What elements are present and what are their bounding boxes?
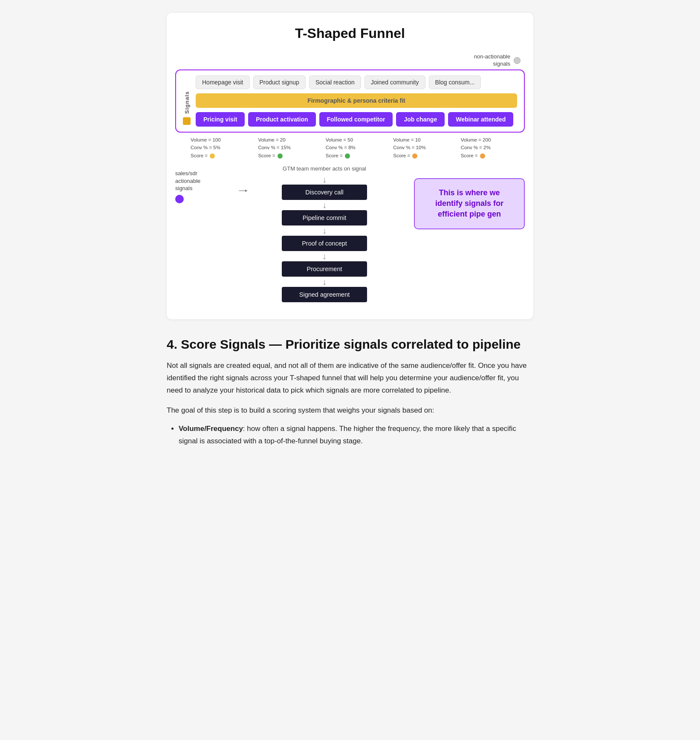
firmographic-bar: Firmographic & persona criteria fit xyxy=(196,93,517,108)
signals-box: Signals Homepage visit Product signup So… xyxy=(175,69,525,133)
signals-vertical-label: Signals xyxy=(183,75,191,127)
sdr-label-area: sales/sdractionablesignals → xyxy=(175,165,235,203)
funnel-step-pipeline: Pipeline commit xyxy=(282,210,367,225)
signals-icon xyxy=(183,117,191,125)
chip-followed-competitor: Followed competitor xyxy=(319,112,393,127)
section-para-1: Not all signals are created equal, and n… xyxy=(167,360,533,397)
chip-joined-community: Joined community xyxy=(364,75,425,89)
section-para-goal: The goal of this step is to build a scor… xyxy=(167,405,533,417)
metric-4: Volume = 10Conv % = 10%Score = xyxy=(393,136,457,159)
non-actionable-area: non-actionablesignals xyxy=(175,53,525,68)
arrow-down-3: ↓ xyxy=(322,226,327,235)
text-section: 4. Score Signals — Prioritize signals co… xyxy=(167,336,533,448)
funnel-step-discovery: Discovery call xyxy=(282,185,367,200)
bullet-list: Volume/Frequency: how often a signal hap… xyxy=(167,423,533,448)
lower-diagram: sales/sdractionablesignals → GTM team me… xyxy=(175,165,525,302)
top-signals-row: Homepage visit Product signup Social rea… xyxy=(196,75,517,89)
score-dot-2 xyxy=(278,153,283,159)
non-actionable-dot xyxy=(514,57,521,64)
chip-product-activation: Product activation xyxy=(248,112,315,127)
chip-blog-consum: Blog consum... xyxy=(429,75,481,89)
metric-5: Volume = 200Conv % = 2%Score = xyxy=(461,136,525,159)
bottom-signals-row: Pricing visit Product activation Followe… xyxy=(196,112,517,127)
arrow-down-1: ↓ xyxy=(322,175,327,184)
non-actionable-label: non-actionablesignals xyxy=(474,53,510,68)
funnel-step-signed: Signed agreement xyxy=(282,287,367,302)
section-heading: 4. Score Signals — Prioritize signals co… xyxy=(167,336,533,353)
arrow-down-2: ↓ xyxy=(322,201,327,209)
sdr-arrow-icon: → xyxy=(236,185,250,196)
score-dot-4 xyxy=(412,153,417,159)
funnel-step-procurement: Procurement xyxy=(282,261,367,277)
arrow-down-5: ↓ xyxy=(322,278,327,286)
metrics-row: Volume = 100Conv % = 5%Score = Volume = … xyxy=(175,136,525,159)
bullet-item-1: Volume/Frequency: how often a signal hap… xyxy=(179,423,533,448)
funnel-flow: GTM team member acts on signal ↓ Discove… xyxy=(243,165,405,302)
callout-box: This is where we identify signals for ef… xyxy=(414,178,525,229)
gtm-label: GTM team member acts on signal xyxy=(283,165,366,172)
score-dot-1 xyxy=(210,153,215,159)
diagram-section: T-Shaped Funnel non-actionablesignals Si… xyxy=(167,13,533,319)
sdr-dot xyxy=(175,195,184,203)
chip-product-signup: Product signup xyxy=(253,75,306,89)
metric-3: Volume = 50Conv % = 8%Score = xyxy=(326,136,390,159)
score-dot-5 xyxy=(480,153,485,159)
chip-homepage-visit: Homepage visit xyxy=(196,75,250,89)
metric-2: Volume = 20Conv % = 15%Score = xyxy=(258,136,322,159)
metric-1: Volume = 100Conv % = 5%Score = xyxy=(191,136,255,159)
chip-social-reaction: Social reaction xyxy=(309,75,361,89)
chip-job-change: Job change xyxy=(396,112,445,127)
chip-pricing-visit: Pricing visit xyxy=(196,112,245,127)
score-dot-3 xyxy=(345,153,350,159)
signals-content: Homepage visit Product signup Social rea… xyxy=(196,75,517,127)
sdr-label: sales/sdractionablesignals xyxy=(175,170,235,192)
arrow-down-4: ↓ xyxy=(322,252,327,260)
bullet-strong-1: Volume/Frequency xyxy=(179,425,243,433)
funnel-step-poc: Proof of concept xyxy=(282,236,367,251)
diagram-title: T-Shaped Funnel xyxy=(175,26,525,41)
chip-webinar-attended: Webinar attended xyxy=(448,112,513,127)
